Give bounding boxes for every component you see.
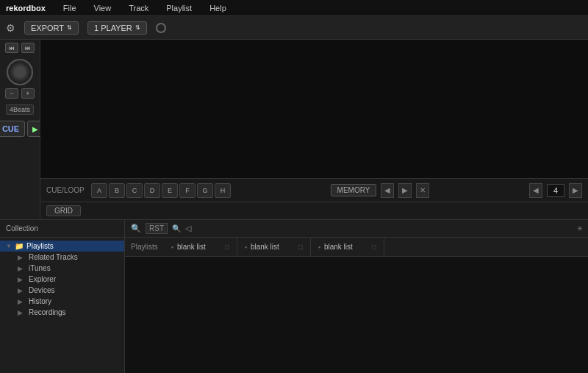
sidebar-item-recordings[interactable]: ▶ Recordings (0, 307, 124, 318)
tab-icon-1: ▪ (245, 244, 247, 251)
tab-close-1[interactable]: □ (298, 244, 302, 251)
loop-close-button[interactable]: ✕ (416, 183, 429, 198)
playlist-area: 🔍 RST 🔍 ◁ ≡ Playlists ▪ blank list □ ▪ b… (125, 220, 588, 373)
bottom-panel: Collection ▼ 📁 Playlists ▶ Related Track… (0, 220, 588, 373)
collection-label: Collection (6, 224, 38, 232)
sidebar-item-explorer[interactable]: ▶ Explorer (0, 274, 124, 285)
transport-buttons: ⏮ ⏭ (5, 43, 35, 53)
sidebar-label-explorer: Explorer (29, 275, 56, 283)
menu-playlist[interactable]: Playlist (163, 2, 195, 14)
sidebar-label-itunes: iTunes (29, 264, 51, 272)
menu-file[interactable]: File (60, 2, 79, 14)
sidebar-item-devices[interactable]: ▶ Devices (0, 285, 124, 296)
playlist-tab-1[interactable]: ▪ blank list □ (237, 238, 311, 256)
cue-loop-label: CUE/LOOP (46, 186, 87, 194)
export-arrow-icon: ⇅ (67, 24, 72, 31)
cue-point-b[interactable]: B (109, 183, 125, 198)
tab-label-1: blank list (251, 243, 279, 251)
grid-section: GRID (40, 202, 588, 219)
sidebar: Collection ▼ 📁 Playlists ▶ Related Track… (0, 220, 125, 373)
reset-button[interactable]: RST (146, 223, 168, 234)
search-icon[interactable]: 🔍 (131, 224, 141, 233)
sidebar-item-playlists[interactable]: ▼ 📁 Playlists (0, 241, 124, 252)
export-button[interactable]: EXPORT ⇅ (24, 21, 79, 35)
tree-arrow-icon: ▼ (6, 243, 12, 249)
sidebar-item-itunes[interactable]: ▶ iTunes (0, 263, 124, 274)
loop-nav-right[interactable]: ▶ (398, 183, 412, 198)
player-controls: ⏮ ⏭ − + 4Beats CUE ▶ (0, 40, 40, 219)
cue-point-f[interactable]: F (179, 183, 196, 198)
tab-label-2: blank list (324, 243, 353, 251)
app-logo: rekordbox (6, 4, 46, 13)
vinyl-disc (7, 59, 33, 85)
pitch-buttons: − + (5, 88, 35, 99)
cue-point-buttons: A B C D E F G H (91, 183, 231, 198)
cue-button[interactable]: CUE (0, 121, 25, 137)
grid-button[interactable]: GRID (46, 205, 81, 216)
sidebar-tree: ▼ 📁 Playlists ▶ Related Tracks ▶ iTunes … (0, 238, 124, 373)
sidebar-label-devices: Devices (29, 286, 55, 294)
pitch-up-button[interactable]: + (21, 88, 35, 99)
tab-close-2[interactable]: □ (372, 244, 376, 251)
toolbar: ⚙ EXPORT ⇅ 1 PLAYER ⇅ (0, 16, 588, 40)
tab-icon-2: ▪ (318, 244, 320, 251)
cue-point-a[interactable]: A (91, 183, 107, 198)
sidebar-label-recordings: Recordings (29, 308, 66, 316)
player-arrow-icon: ⇅ (135, 24, 140, 31)
loop-nav-left[interactable]: ◀ (381, 183, 394, 198)
devices-icon: ▶ (18, 287, 23, 294)
waveform-area: CUE/LOOP A B C D E F G H MEMORY ◀ ▶ ✕ ◀ (40, 40, 588, 219)
recordings-icon: ▶ (18, 309, 23, 316)
playlists-tabs: Playlists ▪ blank list □ ▪ blank list □ … (125, 238, 588, 257)
tab-label-0: blank list (177, 243, 206, 251)
cue-point-h[interactable]: H (215, 183, 231, 198)
export-label: EXPORT (31, 24, 64, 32)
gear-icon[interactable]: ⚙ (6, 22, 15, 34)
explorer-icon: ▶ (18, 276, 23, 283)
sidebar-label-history: History (29, 297, 51, 305)
playlist-content (125, 257, 588, 373)
memory-button[interactable]: MEMORY (331, 184, 377, 196)
player-mode-button[interactable]: 1 PLAYER ⇅ (87, 21, 147, 35)
playlist-toolbar: 🔍 RST 🔍 ◁ ≡ (125, 220, 588, 238)
pitch-down-button[interactable]: − (5, 88, 18, 99)
cue-point-c[interactable]: C (126, 183, 143, 198)
main-content: ⏮ ⏭ − + 4Beats CUE ▶ CUE/LOOP A B (0, 40, 588, 373)
waveform-display (40, 40, 588, 178)
sidebar-header: Collection (0, 220, 124, 238)
cue-point-d[interactable]: D (144, 183, 160, 198)
cue-point-e[interactable]: E (162, 183, 178, 198)
magnify-icon[interactable]: 🔍 (172, 224, 181, 232)
folder-icon: 📁 (15, 242, 24, 250)
menu-bar: rekordbox File View Track Playlist Help (0, 0, 588, 16)
list-view-button[interactable]: ≡ (578, 224, 582, 232)
player-label: 1 PLAYER (94, 24, 132, 32)
menu-view[interactable]: View (91, 2, 115, 14)
menu-track[interactable]: Track (126, 2, 151, 14)
cue-loop-section: CUE/LOOP A B C D E F G H MEMORY ◀ ▶ ✕ ◀ (40, 178, 588, 202)
playlists-label: Playlists (125, 243, 164, 251)
skip-back-button[interactable]: ⏮ (5, 43, 18, 53)
tab-icon-0: ▪ (171, 244, 173, 251)
playlist-tab-2[interactable]: ▪ blank list □ (311, 238, 384, 256)
tab-close-0[interactable]: □ (225, 244, 229, 251)
player-section: ⏮ ⏭ − + 4Beats CUE ▶ CUE/LOOP A B (0, 40, 588, 220)
record-button[interactable] (156, 23, 166, 33)
sidebar-label-playlists: Playlists (26, 242, 54, 250)
loop-number: 4 (547, 184, 564, 197)
cue-point-g[interactable]: G (197, 183, 213, 198)
itunes-icon: ▶ (18, 265, 23, 272)
beats-label: 4Beats (6, 104, 34, 115)
sidebar-item-history[interactable]: ▶ History (0, 296, 124, 307)
loop-prev-button[interactable]: ◀ (529, 183, 542, 198)
related-icon: ▶ (18, 254, 23, 261)
history-icon: ▶ (18, 298, 23, 305)
menu-help[interactable]: Help (207, 2, 229, 14)
loop-next-button[interactable]: ▶ (569, 183, 582, 198)
sidebar-label-related: Related Tracks (29, 253, 78, 261)
skip-forward-button[interactable]: ⏭ (21, 43, 35, 53)
expand-icon[interactable]: ◁ (185, 224, 191, 233)
sidebar-item-related[interactable]: ▶ Related Tracks (0, 252, 124, 263)
playlist-tab-0[interactable]: ▪ blank list □ (164, 238, 237, 256)
